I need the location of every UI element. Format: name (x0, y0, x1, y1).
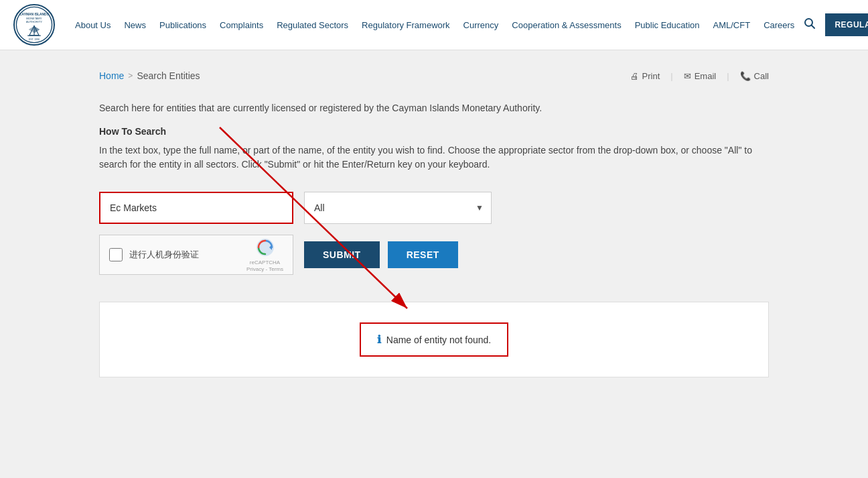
nav-right: REGULATED ENTITIES (801, 13, 868, 36)
captcha-checkbox[interactable] (109, 248, 123, 261)
print-label: Print (642, 71, 660, 81)
svg-line-11 (812, 25, 815, 29)
print-action[interactable]: 🖨 Print (630, 71, 660, 81)
search-icon (804, 17, 816, 29)
svg-text:AUTHORITY: AUTHORITY (26, 20, 42, 23)
captcha-label: 进行人机身份验证 (129, 249, 240, 261)
submit-button[interactable]: SUBMIT (304, 241, 380, 268)
nav-careers[interactable]: Careers (757, 20, 801, 30)
nav-links: About Us News Publications Complaints Re… (68, 20, 801, 30)
search-icon-button[interactable] (801, 15, 818, 35)
navbar: CAYMAN ISLANDS MONETARY AUTHORITY EST. 1… (0, 0, 868, 50)
email-action[interactable]: ✉ Email (684, 71, 717, 81)
info-icon: ℹ (377, 333, 381, 346)
sector-select[interactable]: All Banking Insurance Securities (304, 192, 492, 224)
breadcrumb: Home > Search Entities 🖨 Print | ✉ Email… (99, 70, 769, 81)
call-label: Call (754, 71, 769, 81)
breadcrumb-actions: 🖨 Print | ✉ Email | 📞 Call (630, 71, 769, 81)
svg-text:CAYMAN ISLANDS: CAYMAN ISLANDS (19, 13, 50, 16)
nav-public-education[interactable]: Public Education (628, 20, 707, 30)
call-action[interactable]: 📞 Call (740, 71, 769, 81)
email-label: Email (695, 71, 717, 81)
captcha-row: 进行人机身份验证 reCAPTCHAPrivacy - Terms SUBMIT… (99, 235, 769, 275)
page-description: Search here for entities that are curren… (99, 101, 769, 115)
form-buttons: SUBMIT RESET (304, 241, 458, 268)
nav-cooperation-assessments[interactable]: Cooperation & Assessments (505, 20, 628, 30)
nav-aml-cft[interactable]: AML/CFT (707, 20, 757, 30)
search-input-wrapper (99, 192, 293, 224)
breadcrumb-separator: > (128, 71, 133, 80)
breadcrumb-home-link[interactable]: Home (99, 70, 124, 81)
nav-regulatory-framework[interactable]: Regulatory Framework (355, 20, 457, 30)
result-section: ℹ Name of entity not found. (99, 302, 769, 377)
logo-area[interactable]: CAYMAN ISLANDS MONETARY AUTHORITY EST. 1… (13, 4, 55, 46)
regulated-entities-button[interactable]: REGULATED ENTITIES (825, 13, 868, 36)
recaptcha-icon (255, 237, 276, 258)
how-to-body: In the text box, type the full name, or … (99, 143, 769, 172)
breadcrumb-left: Home > Search Entities (99, 70, 200, 81)
entity-search-input[interactable] (99, 192, 293, 224)
print-icon: 🖨 (630, 71, 639, 81)
not-found-box: ℹ Name of entity not found. (360, 322, 508, 357)
search-form: All Banking Insurance Securities ▼ 进行人机身… (99, 192, 769, 275)
email-icon: ✉ (684, 71, 691, 81)
logo-circle: CAYMAN ISLANDS MONETARY AUTHORITY EST. 1… (13, 4, 55, 46)
nav-currency[interactable]: Currency (457, 20, 506, 30)
nav-news[interactable]: News (117, 20, 153, 30)
search-input-row: All Banking Insurance Securities ▼ (99, 192, 769, 224)
nav-complaints[interactable]: Complaints (213, 20, 270, 30)
nav-publications[interactable]: Publications (153, 20, 213, 30)
bc-sep-2: | (727, 71, 729, 81)
reset-button[interactable]: RESET (388, 241, 458, 268)
how-to-title: How To Search (99, 126, 769, 137)
call-icon: 📞 (740, 71, 751, 81)
nav-about-us[interactable]: About Us (68, 20, 117, 30)
recaptcha-text: reCAPTCHAPrivacy - Terms (246, 259, 283, 272)
not-found-text: Name of entity not found. (386, 335, 491, 345)
svg-text:EST. 1996: EST. 1996 (29, 38, 40, 41)
breadcrumb-current-page: Search Entities (137, 70, 200, 81)
captcha-box: 进行人机身份验证 reCAPTCHAPrivacy - Terms (99, 235, 293, 275)
nav-regulated-sectors[interactable]: Regulated Sectors (270, 20, 355, 30)
bc-sep-1: | (670, 71, 672, 81)
recaptcha-logo: reCAPTCHAPrivacy - Terms (246, 237, 283, 272)
main-content: Home > Search Entities 🖨 Print | ✉ Email… (86, 50, 782, 418)
result-area: ℹ Name of entity not found. (99, 302, 769, 377)
sector-select-wrapper: All Banking Insurance Securities ▼ (304, 192, 492, 224)
